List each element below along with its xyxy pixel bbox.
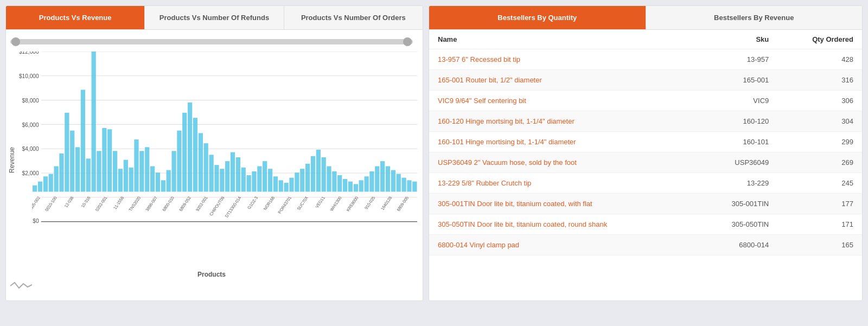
- wave-icon: [10, 280, 32, 291]
- cell-qty: 316: [777, 70, 862, 91]
- svg-rect-49: [214, 165, 219, 191]
- left-panel: Products Vs Revenue Products Vs Number O…: [5, 5, 423, 301]
- table-row: VIC9 9/64" Self centering bit VIC9 306: [429, 91, 862, 111]
- col-header-name: Name: [429, 30, 699, 49]
- left-tabs: Products Vs Revenue Products Vs Number O…: [6, 6, 423, 30]
- svg-rect-64: [295, 172, 299, 191]
- svg-rect-69: [322, 157, 326, 191]
- svg-rect-70: [327, 166, 331, 191]
- table-row: 305-050TIN Door lite bit, titanium coate…: [429, 214, 862, 235]
- svg-rect-22: [70, 131, 74, 192]
- svg-text:0202-001: 0202-001: [94, 196, 108, 212]
- cell-name: 13-229 5/8" Rubber Crutch tip: [429, 173, 699, 194]
- slider-handle-right[interactable]: [403, 37, 412, 46]
- cell-name: 305-050TIN Door lite bit, titanium coate…: [429, 214, 699, 235]
- cell-name: VIC9 9/64" Self centering bit: [429, 91, 699, 111]
- svg-rect-67: [311, 156, 315, 192]
- slider-handle-left[interactable]: [11, 37, 20, 46]
- svg-rect-29: [107, 129, 112, 191]
- svg-text:305-002: 305-002: [32, 196, 41, 210]
- svg-text:WHI1300: WHI1300: [329, 196, 343, 212]
- cell-qty: 306: [777, 91, 862, 111]
- svg-rect-20: [59, 154, 63, 192]
- svg-rect-18: [49, 174, 53, 192]
- svg-text:11-1558: 11-1558: [112, 196, 125, 210]
- svg-rect-74: [348, 182, 353, 192]
- svg-text:KRE8000: KRE8000: [346, 196, 360, 212]
- cell-name: 13-957 6" Recessed bit tip: [429, 49, 699, 70]
- tab-products-vs-revenue[interactable]: Products Vs Revenue: [6, 6, 145, 29]
- bars-svg: 305-0020010-10012-03810-3160202-00111-15…: [32, 52, 417, 225]
- svg-rect-84: [401, 178, 406, 192]
- svg-text:0010-100: 0010-100: [44, 196, 58, 212]
- cell-qty: 428: [777, 49, 862, 70]
- cell-qty: 171: [777, 214, 862, 235]
- svg-rect-32: [124, 160, 128, 192]
- svg-text:6800-010: 6800-010: [161, 196, 175, 212]
- table-row: 6800-014 Vinyl clamp pad 6800-014 165: [429, 235, 862, 255]
- svg-rect-56: [252, 171, 256, 192]
- svg-rect-66: [305, 164, 310, 192]
- col-header-sku: Sku: [699, 30, 777, 49]
- tab-bestsellers-revenue[interactable]: Bestsellers By Revenue: [646, 6, 863, 29]
- svg-rect-21: [65, 113, 69, 192]
- svg-rect-71: [332, 171, 336, 192]
- cell-qty: 299: [777, 132, 862, 152]
- svg-rect-44: [188, 103, 192, 191]
- table-row: 165-001 Router bit, 1/2" diameter 165-00…: [429, 70, 862, 91]
- tab-products-vs-orders[interactable]: Products Vs Number Of Orders: [284, 6, 423, 29]
- svg-rect-23: [75, 147, 80, 191]
- table-body: 13-957 6" Recessed bit tip 13-957 428 16…: [429, 49, 862, 255]
- svg-rect-61: [279, 180, 283, 191]
- svg-rect-46: [199, 133, 203, 191]
- cell-name: USP36049 2" Vacuum hose, sold by the foo…: [429, 152, 699, 173]
- cell-name: 305-001TIN Door lite bit, titanium coate…: [429, 194, 699, 214]
- svg-rect-80: [380, 161, 385, 191]
- svg-rect-27: [97, 151, 101, 191]
- svg-text:SUC70X: SUC70X: [296, 196, 310, 211]
- table-row: 13-957 6" Recessed bit tip 13-957 428: [429, 49, 862, 70]
- x-axis-label: Products: [6, 271, 417, 278]
- svg-rect-19: [54, 166, 59, 191]
- svg-rect-36: [145, 147, 149, 191]
- svg-text:12-038: 12-038: [63, 196, 75, 208]
- svg-rect-73: [343, 179, 347, 191]
- svg-text:6809-005: 6809-005: [395, 196, 410, 212]
- svg-rect-26: [92, 52, 96, 191]
- cell-qty: 245: [777, 173, 862, 194]
- svg-rect-30: [113, 151, 117, 191]
- svg-rect-76: [359, 180, 363, 191]
- svg-rect-54: [241, 168, 246, 192]
- cell-sku: 160-101: [699, 132, 777, 152]
- cell-qty: 165: [777, 235, 862, 255]
- svg-rect-24: [81, 90, 85, 192]
- svg-rect-65: [300, 169, 304, 191]
- svg-rect-16: [38, 182, 42, 192]
- cell-sku: 6800-014: [699, 235, 777, 255]
- svg-rect-38: [156, 172, 160, 191]
- svg-rect-45: [193, 118, 197, 191]
- tab-products-vs-refunds[interactable]: Products Vs Number Of Refunds: [145, 6, 284, 29]
- right-tabs: Bestsellers By Quantity Bestsellers By R…: [429, 6, 862, 30]
- svg-text:POR43701: POR43701: [277, 196, 292, 214]
- svg-rect-79: [375, 166, 379, 191]
- cell-sku: VIC9: [699, 91, 777, 111]
- cell-qty: 269: [777, 152, 862, 173]
- svg-rect-60: [273, 176, 278, 191]
- svg-rect-40: [167, 170, 171, 192]
- svg-text:VEG11: VEG11: [314, 196, 326, 209]
- svg-rect-41: [171, 151, 176, 191]
- slider-track[interactable]: [10, 39, 413, 44]
- cell-sku: 160-120: [699, 111, 777, 132]
- svg-rect-17: [43, 176, 48, 191]
- table-row: 160-120 Hinge mortsing bit, 1-1/4" diame…: [429, 111, 862, 132]
- y-axis-label: Revenue: [6, 52, 19, 269]
- svg-rect-34: [134, 139, 138, 191]
- cell-sku: 305-050TIN: [699, 214, 777, 235]
- svg-rect-55: [247, 175, 251, 192]
- svg-rect-57: [257, 166, 261, 191]
- cell-sku: USP36049: [699, 152, 777, 173]
- x-axis-labels: [19, 225, 417, 269]
- svg-rect-58: [263, 161, 267, 191]
- tab-bestsellers-quantity[interactable]: Bestsellers By Quantity: [429, 6, 646, 29]
